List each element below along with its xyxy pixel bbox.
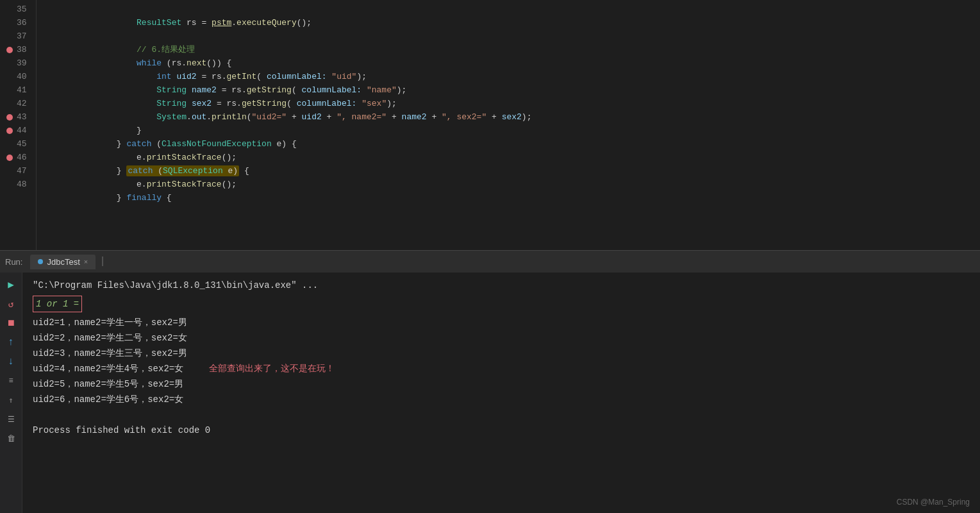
- tab-dot-icon: [38, 259, 43, 264]
- line-36: 36: [6, 16, 29, 29]
- sql-injection-text: 1 or 1 =: [33, 296, 82, 312]
- run-label: Run:: [5, 257, 22, 267]
- output-line-5: uid2=5，name2=学生5号，sex2=男: [33, 376, 970, 392]
- rerun-button[interactable]: ↺: [3, 296, 19, 312]
- line-46: 46: [6, 151, 29, 164]
- line-44: 44: [6, 124, 29, 137]
- line-41: 41: [6, 83, 29, 97]
- scroll-up-button[interactable]: ↑: [3, 334, 19, 351]
- code-lines: ResultSet rs = pstm.executeQuery(); // 6…: [37, 0, 980, 250]
- line-37: 37: [6, 29, 29, 43]
- output-line-4-wrapper: uid2=4，name2=学生4号，sex2=女 全部查询出来了，这不是在玩！: [33, 361, 970, 376]
- line-47: 47: [6, 164, 29, 178]
- line-39: 39: [6, 56, 29, 70]
- code-line-44: } catch (ClassNotFoundException e) {: [37, 124, 980, 137]
- tab-divider: |: [99, 256, 106, 267]
- line-42: 42: [6, 97, 29, 110]
- menu-button[interactable]: ≡: [3, 373, 19, 389]
- tab-name: JdbcTest: [47, 257, 79, 267]
- sql-injection-wrapper: 1 or 1 =: [33, 296, 970, 312]
- java-path-line: "C:\Program Files\Java\jdk1.8.0_131\bin\…: [33, 278, 970, 293]
- code-line-35: ResultSet rs = pstm.executeQuery();: [37, 3, 980, 16]
- scroll-down-button[interactable]: ↓: [3, 353, 19, 370]
- list-button[interactable]: ☰: [3, 411, 19, 428]
- run-tab[interactable]: JdbcTest ×: [30, 255, 96, 269]
- run-tab-bar: Run: JdbcTest × |: [0, 250, 980, 273]
- line-40: 40: [6, 70, 29, 83]
- stop-button[interactable]: ⏹: [3, 315, 19, 332]
- line-38: 38: [6, 43, 29, 56]
- tab-close-button[interactable]: ×: [84, 258, 88, 265]
- line-48: 48: [6, 178, 29, 191]
- run-panel: ▶ ↺ ⏹ ↑ ↓ ≡ ⇑ ☰ 🗑 "C:\Program Files\Java…: [0, 273, 980, 513]
- console-output: "C:\Program Files\Java\jdk1.8.0_131\bin\…: [22, 273, 980, 513]
- line-numbers: 35 36 37 38 39 40 41 42 43 44 45 46 47 4…: [0, 0, 37, 250]
- process-finish-line: Process finished with exit code 0: [33, 423, 970, 438]
- line-43: 43: [6, 110, 29, 124]
- empty-line: [33, 407, 970, 423]
- output-line-3: uid2=3，name2=学生三号，sex2=男: [33, 346, 187, 361]
- code-editor: 35 36 37 38 39 40 41 42 43 44 45 46 47 4…: [0, 0, 980, 250]
- output-line-4: uid2=4，name2=学生4号，sex2=女: [33, 361, 183, 376]
- code-line-37: // 6.结果处理: [37, 29, 980, 43]
- run-button[interactable]: ▶: [3, 276, 19, 293]
- trash-button[interactable]: 🗑: [3, 430, 19, 447]
- watermark: CSDN @Man_Spring: [897, 498, 970, 507]
- line-45: 45: [6, 137, 29, 151]
- output-line-3-wrapper: uid2=3，name2=学生三号，sex2=男: [33, 346, 970, 361]
- output-line-6: uid2=6，name2=学生6号，sex2=女: [33, 392, 970, 407]
- upload-button[interactable]: ⇑: [3, 392, 19, 408]
- output-line-1: uid2=1，name2=学生一号，sex2=男: [33, 315, 970, 330]
- side-toolbar: ▶ ↺ ⏹ ↑ ↓ ≡ ⇑ ☰ 🗑: [0, 273, 22, 513]
- output-line-2: uid2=2，name2=学生二号，sex2=女: [33, 330, 970, 346]
- line-35: 35: [6, 3, 29, 16]
- annotation-text: 全部查询出来了，这不是在玩！: [209, 363, 335, 374]
